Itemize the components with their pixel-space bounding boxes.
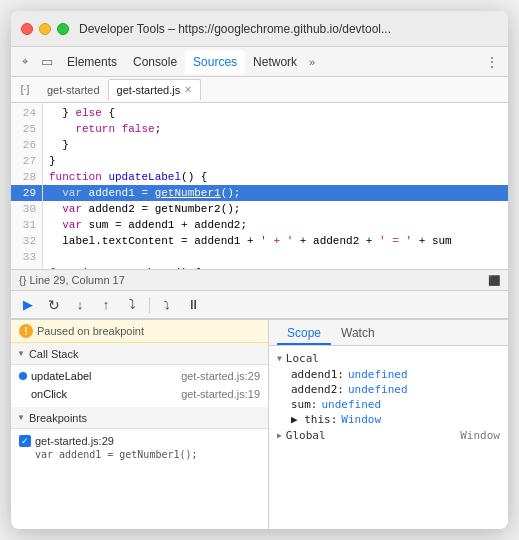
step-over-button[interactable]: ↻ <box>43 294 65 316</box>
line-numbers: 24 25 26 27 28 29 30 31 32 33 34 35 36 <box>11 103 43 269</box>
line-num-31: 31 <box>11 217 42 233</box>
breakpoints-header[interactable]: ▼ Breakpoints <box>11 407 268 429</box>
filetab-label-get-started-js: get-started.js <box>117 84 181 96</box>
stack-frame-name-0: updateLabel <box>31 370 177 382</box>
step-button[interactable]: ⤵ <box>121 294 143 316</box>
line-num-30: 30 <box>11 201 42 217</box>
code-line-31: var sum = addend1 + addend2; <box>43 217 508 233</box>
code-line-30: var addend2 = getNumber2(); <box>43 201 508 217</box>
inspect-icon[interactable]: ⌖ <box>15 52 35 72</box>
local-triangle: ▼ <box>277 354 282 363</box>
tabbar: ⌖ ▭ Elements Console Sources Network » ⋮ <box>11 47 508 77</box>
call-stack-triangle: ▼ <box>17 349 25 358</box>
line-num-32: 32 <box>11 233 42 249</box>
global-section-header[interactable]: ▶ Global Window <box>269 427 508 444</box>
sidebar-toggle-icon[interactable]: [·] <box>15 80 35 100</box>
statusbar: {} Line 29, Column 17 ⬛ <box>11 269 508 291</box>
device-icon[interactable]: ▭ <box>37 52 57 72</box>
scope-item-this[interactable]: ▶ this: Window <box>269 412 508 427</box>
step-into-button[interactable]: ↓ <box>69 294 91 316</box>
scope-val-addend2: undefined <box>348 383 408 396</box>
stack-frame-file-1: get-started.js:19 <box>181 388 260 400</box>
call-stack-content: updateLabel get-started.js:29 onClick ge… <box>11 365 268 405</box>
main-content: 24 25 26 27 28 29 30 31 32 33 34 35 36 }… <box>11 103 508 529</box>
global-section-value: Window <box>460 429 500 442</box>
line-num-29: 29 <box>11 185 42 201</box>
left-pane: ! Paused on breakpoint ▼ Call Stack upda… <box>11 320 269 529</box>
stack-item-updateLabel[interactable]: updateLabel get-started.js:29 <box>11 367 268 385</box>
deactivate-breakpoints-button[interactable]: ⤵ <box>156 294 178 316</box>
step-out-button[interactable]: ↑ <box>95 294 117 316</box>
breakpoint-notice-text: Paused on breakpoint <box>37 325 144 337</box>
tab-watch[interactable]: Watch <box>331 323 385 345</box>
titlebar: Developer Tools – https://googlechrome.g… <box>11 11 508 47</box>
scope-val-addend1: undefined <box>348 368 408 381</box>
breakpoint-label: ✓ get-started.js:29 <box>19 435 260 447</box>
stack-frame-name-1: onClick <box>31 388 177 400</box>
filetab-get-started-js[interactable]: get-started.js ✕ <box>108 79 202 101</box>
active-frame-indicator <box>19 372 27 380</box>
tab-elements[interactable]: Elements <box>59 50 125 74</box>
line-num-33: 33 <box>11 249 42 265</box>
notice-icon: ! <box>19 324 33 338</box>
code-line-33 <box>43 249 508 265</box>
breakpoint-code: var addend1 = getNumber1(); <box>19 449 260 460</box>
devtools-window: Developer Tools – https://googlechrome.g… <box>11 11 508 529</box>
debug-toolbar: ▶ ↻ ↓ ↑ ⤵ ⤵ ⏸ <box>11 291 508 319</box>
scope-item-sum: sum: undefined <box>269 397 508 412</box>
devtools-menu-button[interactable]: ⋮ <box>480 50 504 74</box>
breakpoint-item-0[interactable]: ✓ get-started.js:29 var addend1 = getNum… <box>11 431 268 464</box>
pause-on-exceptions-button[interactable]: ⏸ <box>182 294 204 316</box>
line-num-24: 24 <box>11 105 42 121</box>
line-num-25: 25 <box>11 121 42 137</box>
window-title: Developer Tools – https://googlechrome.g… <box>79 22 498 36</box>
call-stack-label: Call Stack <box>29 348 79 360</box>
line-num-26: 26 <box>11 137 42 153</box>
breakpoint-file: get-started.js:29 <box>35 435 114 447</box>
code-content[interactable]: } else { return false; } } function upda… <box>43 103 508 269</box>
scope-key-addend2: addend2: <box>291 383 344 396</box>
breakpoints-label: Breakpoints <box>29 412 87 424</box>
tab-sources[interactable]: Sources <box>185 50 245 74</box>
filetabs: [·] get-started get-started.js ✕ <box>11 77 508 103</box>
local-section-header[interactable]: ▼ Local <box>269 350 508 367</box>
minimize-button[interactable] <box>39 23 51 35</box>
fullscreen-button[interactable] <box>57 23 69 35</box>
tab-scope[interactable]: Scope <box>277 323 331 345</box>
tab-more-icon[interactable]: » <box>305 56 319 68</box>
code-line-32: label.textContent = addend1 + ' + ' + ad… <box>43 233 508 249</box>
scope-item-addend1: addend1: undefined <box>269 367 508 382</box>
close-button[interactable] <box>21 23 33 35</box>
local-section-label: Local <box>286 352 319 365</box>
global-triangle: ▶ <box>277 431 282 440</box>
statusbar-right: ⬛ <box>488 275 500 286</box>
stack-frame-file-0: get-started.js:29 <box>181 370 260 382</box>
scope-item-addend2: addend2: undefined <box>269 382 508 397</box>
scope-tabs: Scope Watch <box>269 320 508 346</box>
code-line-29: var addend1 = getNumber1(); <box>43 185 508 201</box>
tab-network[interactable]: Network <box>245 50 305 74</box>
scope-key-addend1: addend1: <box>291 368 344 381</box>
scope-val-this: Window <box>341 413 381 426</box>
call-stack-header[interactable]: ▼ Call Stack <box>11 343 268 365</box>
resume-button[interactable]: ▶ <box>17 294 39 316</box>
tab-console[interactable]: Console <box>125 50 185 74</box>
code-line-27: } <box>43 153 508 169</box>
filetab-get-started[interactable]: get-started <box>39 79 108 101</box>
code-line-26: } <box>43 137 508 153</box>
code-editor[interactable]: 24 25 26 27 28 29 30 31 32 33 34 35 36 }… <box>11 103 508 269</box>
stack-item-onClick[interactable]: onClick get-started.js:19 <box>11 385 268 403</box>
scope-key-this: ▶ this: <box>291 413 337 426</box>
line-num-27: 27 <box>11 153 42 169</box>
scope-content: ▼ Local addend1: undefined addend2: unde… <box>269 346 508 529</box>
global-section-label: Global <box>286 429 326 442</box>
code-line-25: return false; <box>43 121 508 137</box>
breakpoint-checkbox[interactable]: ✓ <box>19 435 31 447</box>
filetab-close-icon[interactable]: ✕ <box>184 85 192 95</box>
breakpoint-notice: ! Paused on breakpoint <box>11 320 268 343</box>
line-num-28: 28 <box>11 169 42 185</box>
breakpoints-triangle: ▼ <box>17 413 25 422</box>
bottom-panel: ! Paused on breakpoint ▼ Call Stack upda… <box>11 319 508 529</box>
toolbar-separator <box>149 297 150 313</box>
statusbar-resize-icon: ⬛ <box>488 275 500 286</box>
